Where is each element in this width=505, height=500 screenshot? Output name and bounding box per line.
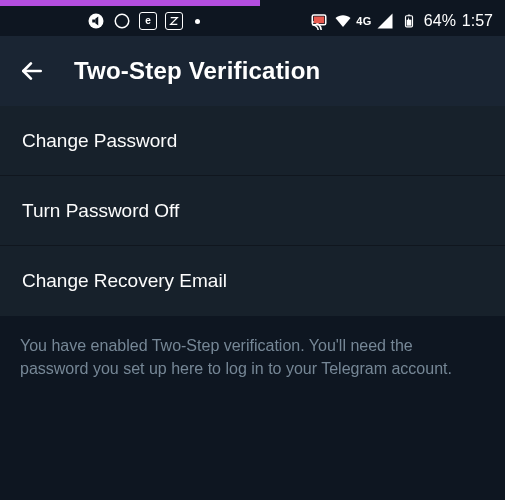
moon-icon <box>113 12 131 30</box>
more-indicator-icon <box>195 19 200 24</box>
page-title: Two-Step Verification <box>74 57 320 85</box>
footer-hint: You have enabled Two-Step verification. … <box>0 316 505 398</box>
status-bar: e 4G 64% 1:57 <box>0 6 505 36</box>
wifi-icon <box>334 12 352 30</box>
change-password-item[interactable]: Change Password <box>0 106 505 176</box>
sound-icon <box>87 12 105 30</box>
turn-password-off-item[interactable]: Turn Password Off <box>0 176 505 246</box>
svg-rect-6 <box>408 15 410 16</box>
app-icon-e: e <box>139 12 157 30</box>
cast-icon <box>310 12 328 30</box>
list-item-label: Change Recovery Email <box>22 270 227 292</box>
svg-point-2 <box>115 14 129 28</box>
list-item-label: Turn Password Off <box>22 200 179 222</box>
signal-icon <box>376 12 394 30</box>
back-button[interactable] <box>16 55 48 87</box>
change-recovery-email-item[interactable]: Change Recovery Email <box>0 246 505 316</box>
battery-percent: 64% <box>424 12 456 30</box>
battery-icon <box>400 12 418 30</box>
list-item-label: Change Password <box>22 130 177 152</box>
network-label: 4G <box>356 15 372 27</box>
svg-rect-4 <box>314 17 325 24</box>
settings-list: Change Password Turn Password Off Change… <box>0 106 505 316</box>
svg-rect-1 <box>92 20 95 23</box>
app-icon-z <box>165 12 183 30</box>
app-bar: Two-Step Verification <box>0 36 505 106</box>
clock: 1:57 <box>462 12 493 30</box>
